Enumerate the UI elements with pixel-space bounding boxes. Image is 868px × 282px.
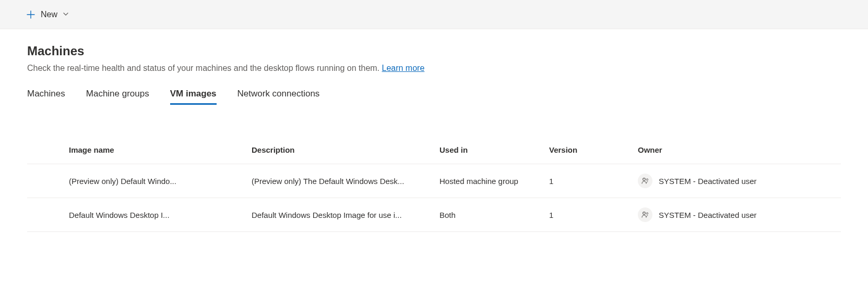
cell-version: 1 (549, 177, 638, 186)
table-header: Image name Description Used in Version O… (27, 136, 841, 164)
col-used-in[interactable]: Used in (439, 145, 549, 154)
cell-description: Default Windows Desktop Image for use i.… (252, 211, 439, 219)
cell-owner: SYSTEM - Deactivated user (638, 207, 847, 222)
tabs: Machines Machine groups VM images Networ… (27, 89, 841, 105)
cell-image-name: Default Windows Desktop I... (69, 211, 252, 219)
owner-text: SYSTEM - Deactivated user (659, 177, 757, 186)
tab-network-connections[interactable]: Network connections (237, 89, 320, 105)
new-button-label: New (41, 10, 57, 19)
learn-more-link[interactable]: Learn more (382, 64, 425, 72)
person-icon (638, 174, 652, 188)
toolbar: New (0, 0, 868, 29)
chevron-down-icon (63, 10, 69, 19)
col-version[interactable]: Version (549, 145, 638, 154)
col-description[interactable]: Description (252, 145, 439, 154)
col-owner[interactable]: Owner (638, 145, 847, 154)
owner-text: SYSTEM - Deactivated user (659, 211, 757, 219)
cell-version: 1 (549, 211, 638, 219)
plus-icon (26, 10, 35, 19)
cell-used-in: Both (439, 211, 549, 219)
svg-point-2 (643, 212, 646, 215)
page-title: Machines (27, 44, 841, 58)
tab-machine-groups[interactable]: Machine groups (86, 89, 149, 105)
table-row[interactable]: (Preview only) Default Windo... (Preview… (27, 164, 841, 198)
svg-point-1 (646, 179, 648, 180)
cell-image-name: (Preview only) Default Windo... (69, 177, 252, 186)
subtitle-text: Check the real-time health and status of… (27, 64, 382, 72)
table-row[interactable]: Default Windows Desktop I... Default Win… (27, 198, 841, 232)
svg-point-3 (646, 213, 648, 214)
content-area: Machines Check the real-time health and … (0, 29, 868, 232)
cell-description: (Preview only) The Default Windows Desk.… (252, 177, 439, 186)
tab-vm-images[interactable]: VM images (170, 89, 217, 105)
person-icon (638, 207, 652, 222)
col-image-name[interactable]: Image name (69, 145, 252, 154)
new-button[interactable]: New (26, 10, 69, 19)
vm-images-table: Image name Description Used in Version O… (27, 136, 841, 232)
tab-machines[interactable]: Machines (27, 89, 65, 105)
svg-point-0 (643, 178, 646, 181)
page-subtitle: Check the real-time health and status of… (27, 64, 841, 73)
cell-used-in: Hosted machine group (439, 177, 549, 186)
cell-owner: SYSTEM - Deactivated user (638, 174, 847, 188)
